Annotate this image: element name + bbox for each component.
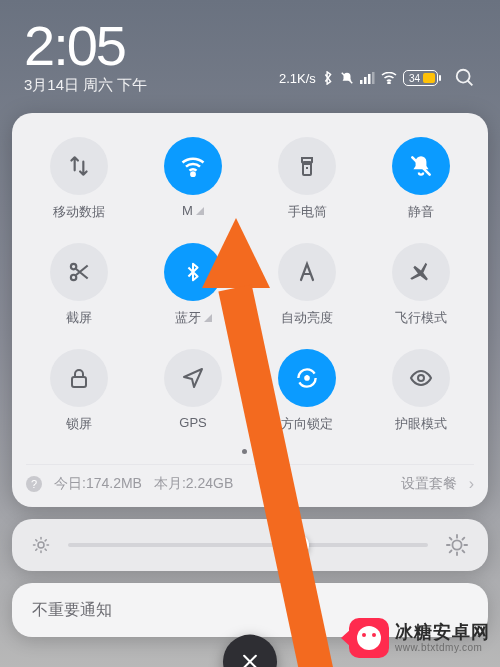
toggle-label: 蓝牙 <box>175 309 212 327</box>
data-today: 今日:174.2MB <box>54 475 142 493</box>
toggle-label: 锁屏 <box>66 415 92 433</box>
toggle-airplane[interactable]: 飞行模式 <box>368 243 474 327</box>
info-icon: ? <box>26 476 42 492</box>
clock: 2:05 <box>24 18 147 74</box>
toggle-wifi[interactable]: M <box>140 137 246 221</box>
close-button[interactable] <box>223 635 277 667</box>
toggle-rotation-lock[interactable]: 方向锁定 <box>254 349 360 433</box>
airplane-icon[interactable] <box>392 243 450 301</box>
status-bar: 2:05 3月14日 周六 下午 2.1K/s 34 <box>0 0 500 105</box>
svg-point-16 <box>418 375 424 381</box>
toggle-label: 飞行模式 <box>395 309 447 327</box>
chevron-right-icon: › <box>469 475 474 493</box>
toggle-eye-comfort[interactable]: 护眼模式 <box>368 349 474 433</box>
signal-indicator-icon <box>204 314 212 322</box>
time-block: 2:05 3月14日 周六 下午 <box>24 18 147 95</box>
brightness-track[interactable] <box>68 543 428 547</box>
net-speed: 2.1K/s <box>279 71 316 86</box>
svg-point-12 <box>71 275 76 280</box>
toggle-label: M <box>182 203 204 218</box>
svg-line-22 <box>36 540 37 541</box>
watermark-cn: 冰糖安卓网 <box>395 623 490 643</box>
rotation-lock-icon[interactable] <box>278 349 336 407</box>
vibrate-status-icon <box>340 71 354 85</box>
svg-rect-4 <box>372 72 375 84</box>
svg-line-33 <box>450 551 452 553</box>
toggle-label: 护眼模式 <box>395 415 447 433</box>
svg-line-24 <box>36 549 37 550</box>
svg-point-6 <box>457 70 470 83</box>
date: 3月14日 周六 下午 <box>24 76 147 95</box>
toggle-label: 静音 <box>408 203 434 221</box>
data-usage-row[interactable]: ? 今日:174.2MB 本月:2.24GB 设置套餐 › <box>26 464 474 493</box>
svg-line-32 <box>463 551 465 553</box>
svg-point-13 <box>71 264 76 269</box>
toggle-label: GPS <box>179 415 206 430</box>
toggle-mobile-data[interactable]: 移动数据 <box>26 137 132 221</box>
bell-off-icon[interactable] <box>392 137 450 195</box>
svg-rect-3 <box>368 74 371 84</box>
toggle-label: 自动亮度 <box>281 309 333 327</box>
eye-icon[interactable] <box>392 349 450 407</box>
watermark-icon <box>349 618 389 658</box>
toggle-grid: 移动数据M手电筒静音截屏蓝牙自动亮度飞行模式锁屏GPS方向锁定护眼模式 <box>26 137 474 433</box>
svg-line-25 <box>45 540 46 541</box>
letter-a-icon[interactable] <box>278 243 336 301</box>
search-icon[interactable] <box>454 67 476 89</box>
quick-settings-panel: 移动数据M手电筒静音截屏蓝牙自动亮度飞行模式锁屏GPS方向锁定护眼模式 ? 今日… <box>12 113 488 507</box>
notif-title: 不重要通知 <box>32 600 112 621</box>
brightness-low-icon <box>32 536 50 554</box>
bluetooth-icon[interactable] <box>164 243 222 301</box>
plan-label: 设置套餐 <box>401 475 457 493</box>
scissors-icon[interactable] <box>50 243 108 301</box>
svg-line-23 <box>45 549 46 550</box>
toggle-label: 移动数据 <box>53 203 105 221</box>
svg-point-8 <box>191 173 194 176</box>
svg-line-31 <box>450 538 452 540</box>
lock-icon[interactable] <box>50 349 108 407</box>
status-icons: 2.1K/s 34 <box>279 67 476 89</box>
svg-line-34 <box>463 538 465 540</box>
toggle-label: 手电筒 <box>288 203 327 221</box>
toggle-auto-brightness[interactable]: 自动亮度 <box>254 243 360 327</box>
toggle-bluetooth[interactable]: 蓝牙 <box>140 243 246 327</box>
signal-indicator-icon <box>196 207 204 215</box>
svg-line-7 <box>468 81 473 86</box>
toggle-flashlight[interactable]: 手电筒 <box>254 137 360 221</box>
bluetooth-status-icon <box>322 71 334 85</box>
brightness-thumb[interactable] <box>287 534 309 556</box>
svg-rect-1 <box>360 80 363 84</box>
location-icon[interactable] <box>164 349 222 407</box>
battery-status-icon: 34 <box>403 70 438 86</box>
flashlight-icon[interactable] <box>278 137 336 195</box>
toggle-screenshot[interactable]: 截屏 <box>26 243 132 327</box>
toggle-gps[interactable]: GPS <box>140 349 246 433</box>
toggle-label: 截屏 <box>66 309 92 327</box>
toggle-label: 方向锁定 <box>281 415 333 433</box>
signal-status-icon <box>360 72 375 84</box>
svg-point-17 <box>38 542 44 548</box>
page-dot-2[interactable] <box>254 449 259 454</box>
toggle-lock-screen[interactable]: 锁屏 <box>26 349 132 433</box>
svg-rect-14 <box>72 377 86 387</box>
brightness-high-icon <box>446 534 468 556</box>
wifi-icon[interactable] <box>164 137 222 195</box>
svg-point-5 <box>388 82 390 84</box>
brightness-slider-card[interactable] <box>12 519 488 571</box>
svg-rect-2 <box>364 77 367 84</box>
arrows-updown-icon[interactable] <box>50 137 108 195</box>
battery-pct: 34 <box>406 73 423 84</box>
watermark: 冰糖安卓网 www.btxtdmy.com <box>345 615 494 661</box>
page-indicator <box>26 449 474 454</box>
watermark-en: www.btxtdmy.com <box>395 642 490 653</box>
data-month: 本月:2.24GB <box>154 475 233 493</box>
toggle-mute[interactable]: 静音 <box>368 137 474 221</box>
svg-point-26 <box>452 540 461 549</box>
page-dot-1[interactable] <box>242 449 247 454</box>
wifi-status-icon <box>381 72 397 84</box>
